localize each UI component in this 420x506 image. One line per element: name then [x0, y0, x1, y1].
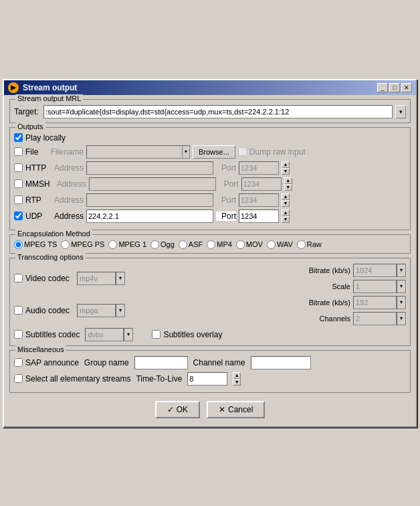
- udp-row: UDP Address Port ▲ ▼: [14, 209, 406, 223]
- filename-label: Filename: [50, 147, 84, 157]
- channel-name-input[interactable]: [251, 356, 311, 369]
- enc-raw[interactable]: Raw: [297, 240, 322, 249]
- http-port-down[interactable]: ▼: [282, 168, 290, 175]
- enc-mp4[interactable]: MP4: [207, 240, 232, 249]
- mmsh-port-up[interactable]: ▲: [284, 177, 292, 184]
- ttl-down[interactable]: ▼: [233, 379, 241, 386]
- filename-dropdown-arrow[interactable]: ▾: [182, 146, 189, 158]
- select-streams-checkbox[interactable]: [14, 374, 23, 383]
- enc-mpegts[interactable]: MPEG TS: [14, 240, 57, 249]
- audio-channels-arrow[interactable]: ▾: [397, 312, 406, 325]
- udp-address-input[interactable]: [86, 209, 213, 223]
- enc-asf-radio[interactable]: [179, 240, 187, 249]
- rtp-checkbox[interactable]: [14, 195, 23, 204]
- enc-mpegps-radio[interactable]: [61, 240, 70, 249]
- dump-checkbox[interactable]: [238, 147, 247, 156]
- rtp-port-spinner[interactable]: ▲ ▼: [282, 193, 290, 207]
- subtitles-codec-label[interactable]: Subtitles codec: [14, 330, 80, 339]
- enc-mpeg1-radio[interactable]: [108, 240, 117, 249]
- sap-announce-checkbox[interactable]: [14, 358, 23, 367]
- mmsh-checkbox[interactable]: [14, 179, 23, 188]
- sap-announce-label[interactable]: SAP announce: [14, 358, 79, 367]
- vlc-icon: ▶: [8, 82, 19, 93]
- subtitles-codec-checkbox[interactable]: [14, 330, 23, 339]
- udp-port-input[interactable]: [239, 209, 279, 223]
- encapsulation-group-label: Encapsulation Method: [15, 230, 92, 238]
- mmsh-port-spinner[interactable]: ▲ ▼: [284, 177, 292, 191]
- mmsh-address-input[interactable]: [89, 177, 216, 191]
- ttl-input[interactable]: [187, 372, 227, 386]
- http-port-label: Port: [216, 163, 236, 173]
- audio-codec-dropdown-arrow[interactable]: ▾: [116, 304, 125, 317]
- maximize-button[interactable]: □: [389, 83, 400, 92]
- ttl-up[interactable]: ▲: [233, 372, 241, 379]
- enc-mpeg1-label: MPEG 1: [118, 240, 146, 248]
- browse-button[interactable]: Browse...: [193, 145, 235, 159]
- subtitles-overlay-checkbox[interactable]: [152, 330, 161, 339]
- group-name-input[interactable]: [134, 356, 188, 369]
- select-streams-row: Select all elementary streams Time-To-Li…: [14, 372, 406, 386]
- mmsh-port-down[interactable]: ▼: [284, 184, 292, 191]
- udp-port-up[interactable]: ▲: [282, 209, 290, 216]
- audio-codec-checkbox[interactable]: [14, 306, 23, 315]
- mmsh-row: MMSH Address Port ▲ ▼: [14, 177, 406, 191]
- close-button[interactable]: ✕: [401, 83, 412, 92]
- video-codec-label[interactable]: Video codec: [14, 274, 74, 283]
- udp-port-down[interactable]: ▼: [282, 216, 290, 223]
- play-locally-label[interactable]: Play locally: [14, 133, 66, 143]
- sap-announce-text: SAP announce: [25, 358, 79, 367]
- audio-bitrate-arrow[interactable]: ▾: [397, 296, 406, 309]
- http-port-spinner[interactable]: ▲ ▼: [282, 161, 290, 175]
- enc-mov-radio[interactable]: [236, 240, 245, 249]
- minimize-button[interactable]: _: [377, 83, 388, 92]
- audio-codec-label[interactable]: Audio codec: [14, 306, 74, 315]
- video-codec-dropdown-arrow[interactable]: ▾: [116, 272, 125, 285]
- http-label[interactable]: HTTP: [14, 163, 47, 173]
- select-streams-label[interactable]: Select all elementary streams: [14, 374, 130, 384]
- cancel-button[interactable]: ✕ Cancel: [207, 401, 265, 418]
- video-codec-checkbox[interactable]: [14, 274, 23, 282]
- file-checkbox[interactable]: [14, 147, 23, 156]
- rtp-port-input[interactable]: [239, 193, 279, 207]
- enc-mpegts-radio[interactable]: [14, 240, 23, 249]
- subtitles-codec-value: dvbs: [85, 328, 124, 341]
- udp-port-spinner[interactable]: ▲ ▼: [282, 209, 290, 223]
- cancel-icon: ✕: [219, 405, 225, 414]
- http-address-input[interactable]: [86, 161, 213, 175]
- enc-mpegps[interactable]: MPEG PS: [61, 240, 104, 249]
- enc-ogg[interactable]: Ogg: [150, 240, 175, 249]
- enc-wav[interactable]: WAV: [267, 240, 293, 249]
- subtitles-codec-dropdown-arrow[interactable]: ▾: [124, 328, 133, 341]
- enc-mp4-radio[interactable]: [207, 240, 215, 249]
- rtp-address-input[interactable]: [86, 193, 213, 207]
- play-locally-checkbox[interactable]: [14, 133, 23, 142]
- subtitles-overlay-label[interactable]: Subtitles overlay: [152, 330, 222, 339]
- udp-checkbox[interactable]: [14, 212, 23, 220]
- mmsh-label[interactable]: MMSH: [14, 179, 50, 189]
- http-checkbox[interactable]: [14, 163, 23, 172]
- rtp-address-label: Address: [50, 195, 84, 205]
- rtp-label[interactable]: RTP: [14, 195, 47, 205]
- enc-ogg-radio[interactable]: [150, 240, 159, 249]
- enc-raw-radio[interactable]: [297, 240, 306, 249]
- http-port-up[interactable]: ▲: [282, 161, 290, 168]
- file-label[interactable]: File: [14, 147, 47, 157]
- enc-asf[interactable]: ASF: [179, 240, 203, 249]
- enc-mov[interactable]: MOV: [236, 240, 263, 249]
- filename-input[interactable]: [87, 146, 182, 158]
- mmsh-port-input[interactable]: [241, 177, 282, 191]
- target-input[interactable]: [43, 105, 393, 118]
- target-dropdown-arrow[interactable]: ▾: [395, 105, 406, 118]
- enc-mpeg1[interactable]: MPEG 1: [108, 240, 146, 249]
- http-port-input[interactable]: [239, 161, 279, 175]
- video-scale-arrow[interactable]: ▾: [397, 280, 406, 293]
- audio-codec-text: Audio codec: [25, 306, 70, 315]
- video-bitrate-arrow[interactable]: ▾: [397, 264, 406, 277]
- ttl-spinner[interactable]: ▲ ▼: [233, 372, 241, 386]
- rtp-port-up[interactable]: ▲: [282, 193, 290, 200]
- udp-label[interactable]: UDP: [14, 212, 47, 221]
- dump-label[interactable]: Dump raw input: [238, 147, 306, 157]
- ok-button[interactable]: ✓ OK: [155, 401, 200, 418]
- rtp-port-down[interactable]: ▼: [282, 200, 290, 207]
- enc-wav-radio[interactable]: [267, 240, 276, 249]
